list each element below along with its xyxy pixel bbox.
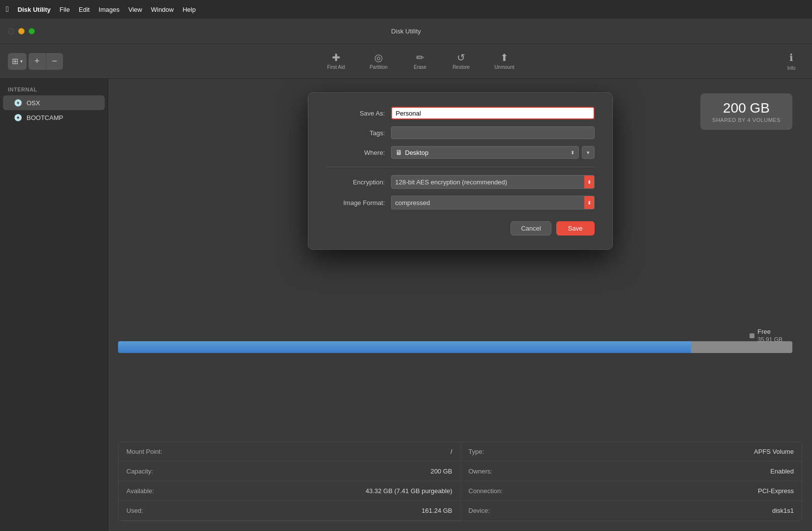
toolbar: ⊞ ▾ + − ✚ First Aid ◎ Partition ✏ Erase bbox=[0, 44, 812, 79]
image-format-arrows-icon: ⬍ bbox=[584, 196, 594, 209]
apple-menu[interactable]:  bbox=[6, 5, 9, 14]
view-icon: ⊞ bbox=[12, 57, 18, 66]
window-title: Disk Utility bbox=[391, 28, 421, 35]
sidebar-osx-label: OSX bbox=[27, 99, 40, 107]
sidebar: Internal 💿 OSX 💿 BOOTCAMP bbox=[0, 79, 108, 531]
add-volume-button[interactable]: + bbox=[29, 53, 46, 70]
info-icon: ℹ bbox=[789, 52, 793, 63]
view-chevron-icon: ▾ bbox=[20, 59, 23, 64]
where-select-inner: 🖥 Desktop bbox=[395, 148, 429, 156]
restore-button[interactable]: ↺ Restore bbox=[448, 50, 475, 73]
menu-file[interactable]: File bbox=[60, 6, 70, 13]
dialog-buttons: Cancel Save bbox=[326, 221, 595, 236]
add-remove-group: + − bbox=[29, 53, 63, 70]
title-bar: Disk Utility bbox=[0, 19, 812, 44]
where-value: Desktop bbox=[405, 149, 429, 156]
unmount-button[interactable]: ⬆ Unmount bbox=[489, 50, 519, 73]
maximize-button[interactable] bbox=[29, 28, 35, 34]
right-area: 200 GB SHARED BY 4 VOLUMES Free 35.91 GB bbox=[108, 79, 812, 531]
app-name: Disk Utility bbox=[18, 6, 51, 13]
dialog-divider bbox=[326, 167, 595, 167]
window-controls bbox=[8, 28, 35, 34]
unmount-icon: ⬆ bbox=[500, 53, 509, 62]
dialog-backdrop: Save As: Tags: Where: bbox=[108, 79, 812, 531]
restore-label: Restore bbox=[452, 64, 470, 70]
save-as-label: Save As: bbox=[326, 110, 385, 117]
save-dialog: Save As: Tags: Where: bbox=[308, 92, 613, 250]
remove-volume-button[interactable]: − bbox=[46, 53, 63, 70]
partition-label: Partition bbox=[369, 64, 388, 70]
partition-button[interactable]: ◎ Partition bbox=[364, 50, 392, 73]
erase-label: Erase bbox=[414, 64, 426, 70]
where-row: Where: 🖥 Desktop ⬍ ▾ bbox=[326, 146, 595, 159]
close-button[interactable] bbox=[8, 28, 14, 34]
encryption-label: Encryption: bbox=[326, 178, 385, 186]
osx-disk-icon: 💿 bbox=[13, 98, 23, 108]
menu-help[interactable]: Help bbox=[182, 6, 196, 13]
save-as-row: Save As: bbox=[326, 107, 595, 119]
where-label: Where: bbox=[326, 149, 385, 156]
image-format-value: compressed bbox=[395, 199, 430, 206]
folder-icon: 🖥 bbox=[395, 148, 402, 156]
view-button[interactable]: ⊞ ▾ bbox=[8, 53, 27, 70]
image-format-row: Image Format: compressed ⬍ bbox=[326, 196, 595, 209]
sidebar-item-bootcamp[interactable]: 💿 BOOTCAMP bbox=[3, 110, 105, 125]
where-expand-button[interactable]: ▾ bbox=[582, 146, 595, 159]
partition-icon: ◎ bbox=[374, 53, 383, 62]
menu-edit[interactable]: Edit bbox=[79, 6, 90, 13]
bootcamp-disk-icon: 💿 bbox=[13, 113, 23, 122]
encryption-value: 128-bit AES encryption (recommended) bbox=[395, 178, 508, 186]
info-button[interactable]: ℹ Info bbox=[779, 49, 804, 74]
unmount-label: Unmount bbox=[494, 64, 514, 70]
sidebar-section-internal: Internal bbox=[0, 85, 108, 95]
where-container: 🖥 Desktop ⬍ ▾ bbox=[391, 146, 595, 159]
sidebar-bootcamp-label: BOOTCAMP bbox=[27, 114, 63, 121]
image-format-select[interactable]: compressed ⬍ bbox=[391, 196, 595, 209]
tags-label: Tags: bbox=[326, 129, 385, 137]
cancel-button[interactable]: Cancel bbox=[511, 221, 551, 236]
menu-window[interactable]: Window bbox=[151, 6, 174, 13]
save-as-input[interactable] bbox=[391, 107, 595, 119]
image-format-label: Image Format: bbox=[326, 199, 385, 206]
encryption-arrows-icon: ⬍ bbox=[584, 176, 594, 188]
first-aid-icon: ✚ bbox=[332, 53, 340, 62]
info-label: Info bbox=[787, 65, 796, 71]
first-aid-label: First Aid bbox=[327, 64, 345, 70]
save-button[interactable]: Save bbox=[556, 221, 595, 236]
menu-bar:  Disk Utility File Edit Images View Win… bbox=[0, 0, 812, 19]
minimize-button[interactable] bbox=[18, 28, 25, 34]
menu-view[interactable]: View bbox=[128, 6, 142, 13]
encryption-select[interactable]: 128-bit AES encryption (recommended) ⬍ bbox=[391, 175, 595, 189]
disk-utility-window: Disk Utility ⊞ ▾ + − ✚ First Aid ◎ Parti… bbox=[0, 19, 812, 531]
where-arrows-icon: ⬍ bbox=[571, 150, 574, 155]
tags-input[interactable] bbox=[391, 126, 595, 139]
encryption-row: Encryption: 128-bit AES encryption (reco… bbox=[326, 175, 595, 189]
sidebar-item-osx[interactable]: 💿 OSX bbox=[3, 95, 105, 110]
tags-row: Tags: bbox=[326, 126, 595, 139]
first-aid-button[interactable]: ✚ First Aid bbox=[322, 50, 350, 73]
erase-icon: ✏ bbox=[416, 53, 424, 62]
menu-images[interactable]: Images bbox=[98, 6, 120, 13]
restore-icon: ↺ bbox=[457, 53, 465, 62]
where-select[interactable]: 🖥 Desktop ⬍ bbox=[391, 146, 579, 159]
erase-button[interactable]: ✏ Erase bbox=[407, 50, 433, 73]
main-content: Internal 💿 OSX 💿 BOOTCAMP 200 GB SHARED … bbox=[0, 79, 812, 531]
